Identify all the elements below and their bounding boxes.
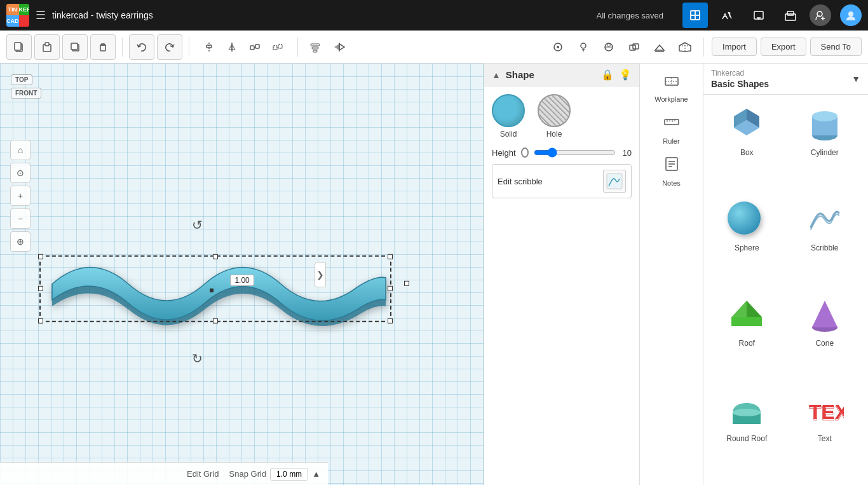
solid-type-button[interactable]: Solid	[492, 94, 525, 139]
workplane-button[interactable]: Workplane	[640, 66, 703, 108]
svg-point-16	[848, 11, 853, 17]
delete-button[interactable]	[90, 34, 116, 60]
scribble-label: Scribble	[811, 243, 838, 252]
svg-marker-37	[334, 44, 339, 50]
user-avatar[interactable]	[840, 4, 862, 26]
svg-rect-3	[691, 16, 695, 19]
cone-label: Cone	[815, 339, 834, 348]
copy-button[interactable]	[6, 34, 32, 60]
scribble-preview	[603, 170, 626, 193]
fit-view-button[interactable]: ⊙	[10, 163, 31, 183]
view-controls: ⌂ ⊙ + − ⊕	[10, 140, 31, 252]
design-icon[interactable]	[778, 3, 803, 28]
rotate-handle-bottom[interactable]: ↻	[192, 350, 203, 365]
view-front[interactable]: FRONT	[11, 88, 41, 99]
library-dropdown-button[interactable]: ▼	[851, 74, 860, 84]
svg-point-41	[581, 43, 586, 48]
shape-scribble[interactable]: Scribble	[787, 195, 864, 289]
edit-grid-button[interactable]: Edit Grid	[187, 469, 219, 479]
cylinder-label: Cylinder	[811, 148, 839, 157]
mirror-button[interactable]	[221, 36, 243, 58]
wavy-shape-svg	[39, 249, 395, 331]
snap-dropdown-icon[interactable]: ▲	[312, 469, 320, 479]
shape-box[interactable]: Box	[709, 100, 785, 194]
light-button[interactable]	[573, 36, 594, 58]
shape-cone[interactable]: Cone	[787, 290, 864, 385]
home-view-button[interactable]: ⌂	[10, 140, 31, 160]
flip-button[interactable]	[329, 36, 350, 58]
roof-label: Roof	[739, 339, 755, 348]
app-logo[interactable]: TINKERCAD	[6, 4, 29, 27]
svg-rect-35	[313, 50, 317, 52]
library-name: Basic Shapes	[711, 79, 848, 89]
toolbar-separator-4	[703, 38, 704, 57]
text-icon: TEXT TEXT	[806, 392, 844, 430]
boolean-button[interactable]	[623, 36, 645, 58]
layers-button[interactable]: ⊕	[10, 231, 31, 252]
svg-rect-18	[15, 43, 21, 50]
import-button[interactable]: Import	[712, 38, 757, 56]
hole-circle-icon	[538, 94, 571, 127]
cylinder-icon	[806, 106, 844, 144]
svg-rect-4	[696, 16, 699, 19]
shape-sphere[interactable]: Sphere	[709, 195, 785, 289]
svg-rect-1	[691, 11, 695, 15]
view3d-button[interactable]	[674, 36, 696, 58]
app-title: tinkercad - twisty earrings	[52, 10, 590, 20]
nav-menu-icon[interactable]: ☰	[36, 8, 46, 22]
3d-mode-button[interactable]	[682, 3, 708, 28]
height-handle[interactable]	[404, 281, 409, 286]
shape-light-icon[interactable]: 💡	[619, 69, 632, 81]
svg-marker-38	[339, 44, 344, 50]
duplicate-button[interactable]	[62, 34, 88, 60]
text-label: Text	[818, 434, 832, 443]
sphere-label: Sphere	[735, 243, 759, 252]
svg-rect-12	[787, 11, 794, 15]
plane-button[interactable]	[649, 36, 670, 58]
zoom-out-button[interactable]: −	[10, 208, 31, 229]
edit-scribble-button[interactable]: Edit scribble	[492, 164, 632, 198]
3d-object[interactable]: ↺ ↻	[39, 249, 395, 334]
rotate-handle-top[interactable]: ↺	[192, 217, 203, 232]
cone-icon	[806, 297, 844, 335]
shape-cylinder[interactable]: Cylinder	[787, 100, 864, 194]
shape-panel-up-arrow[interactable]: ▲	[492, 70, 501, 80]
hole-type-button[interactable]: Hole	[538, 94, 571, 139]
export-button[interactable]: Export	[761, 38, 806, 56]
svg-rect-33	[311, 44, 320, 46]
add-user-button[interactable]	[810, 4, 831, 26]
build-mode-button[interactable]	[714, 3, 740, 28]
solid-label: Solid	[500, 130, 517, 139]
align-button[interactable]	[198, 36, 220, 58]
svg-rect-32	[278, 44, 282, 48]
sim-mode-button[interactable]	[746, 3, 771, 28]
height-slider[interactable]	[534, 147, 616, 158]
canvas-area[interactable]: TOP FRONT ⌂ ⊙ + − ⊕ ↺ ↻	[0, 64, 484, 485]
shape-lock-icon[interactable]: 🔒	[601, 69, 614, 81]
svg-rect-23	[100, 45, 105, 51]
view-top[interactable]: TOP	[11, 74, 32, 85]
paste-button[interactable]	[34, 34, 60, 60]
sphere-icon	[728, 202, 766, 240]
snap-grid-input[interactable]	[270, 468, 308, 481]
svg-rect-30	[255, 44, 259, 48]
align-shapes-button[interactable]	[304, 36, 326, 58]
shape-text[interactable]: TEXT TEXT Text	[787, 386, 864, 480]
align-tools	[196, 36, 291, 58]
view-select-button[interactable]	[547, 36, 569, 58]
collapse-panel-button[interactable]: ❯	[315, 262, 326, 287]
group-button[interactable]	[244, 36, 266, 58]
undo-button[interactable]	[129, 34, 154, 60]
ungroup-button[interactable]	[267, 36, 288, 58]
ruler-button[interactable]: Ruler	[640, 108, 703, 150]
shape-type-button[interactable]	[598, 36, 620, 58]
height-label: Height	[492, 148, 516, 158]
zoom-in-button[interactable]: +	[10, 186, 31, 206]
shape-roof[interactable]: Roof	[709, 290, 785, 385]
shape-round-roof[interactable]: Round Roof	[709, 386, 785, 480]
svg-point-40	[557, 46, 559, 48]
redo-button[interactable]	[157, 34, 182, 60]
workplane-icon	[663, 71, 681, 93]
notes-button[interactable]: Notes	[640, 150, 703, 192]
send-to-button[interactable]: Send To	[810, 38, 862, 56]
